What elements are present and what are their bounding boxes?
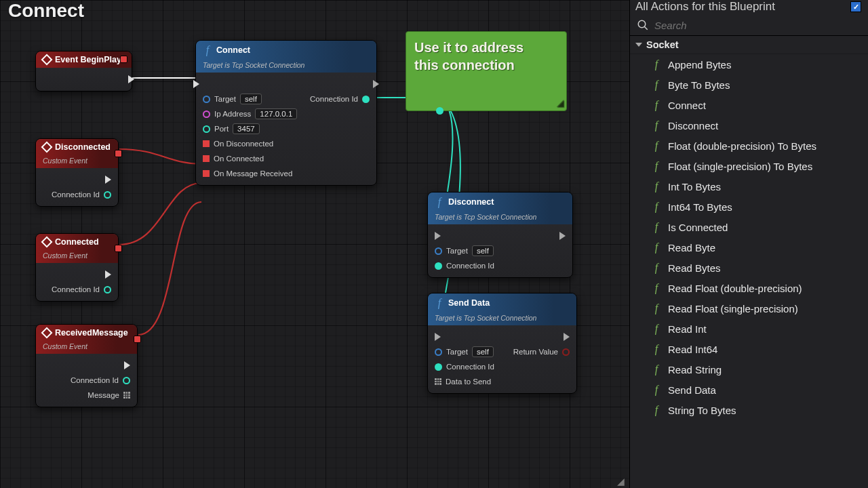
- pin-delegate-ondisconnected[interactable]: [203, 140, 210, 147]
- node-header: Disconnected Custom Event: [36, 139, 118, 168]
- pin-target[interactable]: [203, 96, 210, 103]
- exec-out-pin[interactable]: [559, 232, 566, 240]
- node-header: f Disconnect Target is Tcp Socket Connec…: [428, 192, 572, 224]
- pin-label: On Message Received: [214, 169, 292, 178]
- action-item[interactable]: fByte To Bytes: [630, 75, 868, 95]
- pin-connection-id[interactable]: [123, 377, 130, 384]
- search-input[interactable]: [654, 20, 861, 31]
- function-icon: f: [435, 196, 444, 208]
- event-icon: [41, 54, 53, 66]
- context-sensitive-checkbox[interactable]: ✓: [850, 1, 861, 12]
- node-toggle[interactable]: [120, 56, 127, 63]
- input-target[interactable]: self: [472, 245, 494, 256]
- pin-message[interactable]: [123, 392, 130, 399]
- action-item[interactable]: fRead Float (double-precision): [630, 278, 868, 298]
- action-item[interactable]: fRead String: [630, 359, 868, 380]
- function-icon: f: [652, 119, 661, 131]
- node-connected-event[interactable]: Connected Custom Event Connection Id: [35, 233, 119, 302]
- exec-out-pin[interactable]: [564, 333, 570, 341]
- exec-out-pin[interactable]: [105, 270, 111, 279]
- action-item[interactable]: fFloat (double-precision) To Bytes: [630, 136, 868, 156]
- input-target[interactable]: self: [472, 346, 494, 357]
- comment-box[interactable]: Use it to address this connection ◢: [406, 31, 567, 111]
- pin-connection-id[interactable]: [435, 262, 442, 270]
- pin-target[interactable]: [435, 247, 442, 255]
- pin-label: On Connected: [214, 155, 264, 163]
- pin-connection-id-out[interactable]: [362, 96, 370, 103]
- pin-target[interactable]: [435, 348, 442, 356]
- node-event-beginplay[interactable]: Event BeginPlay: [35, 51, 132, 92]
- action-item[interactable]: fRead Byte: [630, 237, 868, 258]
- blueprint-graph[interactable]: Connect Event BeginPlay: [0, 0, 629, 488]
- delegate-pin[interactable]: [115, 245, 122, 252]
- exec-out-pin[interactable]: [128, 75, 134, 83]
- action-item[interactable]: fString To Bytes: [630, 400, 868, 420]
- category-socket[interactable]: Socket: [630, 36, 868, 54]
- action-item[interactable]: fAppend Bytes: [630, 54, 868, 75]
- node-subtitle: Custom Event: [43, 251, 87, 260]
- action-item[interactable]: fRead Int: [630, 319, 868, 339]
- action-item[interactable]: fSend Data: [630, 380, 868, 400]
- pin-label: Connection Id: [446, 363, 494, 371]
- action-item[interactable]: fRead Int64: [630, 339, 868, 359]
- node-connect[interactable]: f Connect Target is Tcp Socket Connectio…: [195, 40, 377, 186]
- input-port[interactable]: 3457: [233, 123, 260, 134]
- action-label: Read Bytes: [668, 262, 721, 274]
- node-send-data[interactable]: f Send Data Target is Tcp Socket Connect…: [427, 293, 577, 394]
- reroute-knot[interactable]: [436, 107, 443, 115]
- pin-connection-id[interactable]: [435, 363, 442, 371]
- node-title: Event BeginPlay: [55, 55, 121, 64]
- pin-label: Target: [214, 95, 236, 103]
- exec-out-pin[interactable]: [373, 80, 379, 88]
- pin-connection-id[interactable]: [104, 191, 111, 199]
- pin-data-to-send[interactable]: [435, 378, 441, 385]
- action-label: String To Bytes: [668, 405, 736, 416]
- node-header: Connected Custom Event: [36, 234, 118, 263]
- function-icon: f: [652, 262, 661, 274]
- exec-in-pin[interactable]: [435, 333, 441, 341]
- action-item[interactable]: fInt To Bytes: [630, 176, 868, 197]
- exec-in-pin[interactable]: [193, 80, 199, 88]
- action-item[interactable]: fConnect: [630, 95, 868, 115]
- pin-delegate-onmessage[interactable]: [203, 170, 210, 177]
- exec-out-pin[interactable]: [105, 176, 111, 184]
- exec-in-pin[interactable]: [435, 232, 441, 240]
- input-target[interactable]: self: [240, 94, 262, 104]
- search-icon: [637, 19, 649, 31]
- graph-resize-icon[interactable]: ◢: [617, 476, 627, 485]
- action-item[interactable]: fDisconnect: [630, 115, 868, 136]
- function-icon: f: [652, 241, 661, 253]
- action-item[interactable]: fInt64 To Bytes: [630, 197, 868, 217]
- delegate-pin[interactable]: [134, 336, 141, 343]
- node-title: Disconnected: [55, 142, 111, 152]
- pin-label: Return Value: [513, 348, 558, 356]
- node-disconnected-event[interactable]: Disconnected Custom Event Connection Id: [35, 138, 119, 207]
- chevron-down-icon: [635, 43, 642, 47]
- node-disconnect[interactable]: f Disconnect Target is Tcp Socket Connec…: [427, 192, 573, 278]
- input-ip[interactable]: 127.0.0.1: [255, 108, 297, 119]
- action-item[interactable]: fRead Bytes: [630, 258, 868, 278]
- pin-label: Connection Id: [52, 285, 100, 293]
- event-icon: [41, 237, 53, 248]
- node-subtitle: Target is Tcp Socket Connection: [203, 61, 304, 69]
- node-title: Disconnect: [448, 197, 494, 207]
- category-label: Socket: [646, 39, 679, 50]
- pin-label: Ip Address: [214, 110, 251, 118]
- event-icon: [41, 142, 53, 153]
- pin-ip-address[interactable]: [203, 110, 210, 118]
- action-item[interactable]: fRead Float (single-precision): [630, 298, 868, 319]
- action-item[interactable]: fIs Connected: [630, 217, 868, 237]
- action-list[interactable]: fAppend BytesfByte To BytesfConnectfDisc…: [630, 54, 868, 488]
- node-header: ReceivedMessage Custom Event: [36, 325, 137, 354]
- resize-grip-icon[interactable]: ◢: [557, 98, 564, 109]
- pin-label: Port: [214, 125, 229, 133]
- action-label: Disconnect: [668, 120, 718, 131]
- exec-out-pin[interactable]: [124, 361, 130, 369]
- pin-connection-id[interactable]: [104, 286, 111, 293]
- delegate-pin[interactable]: [115, 150, 122, 157]
- pin-delegate-onconnected[interactable]: [203, 155, 210, 162]
- pin-port[interactable]: [203, 125, 210, 133]
- pin-return-value[interactable]: [562, 348, 570, 356]
- action-item[interactable]: fFloat (single-precision) To Bytes: [630, 156, 868, 176]
- node-receivedmessage-event[interactable]: ReceivedMessage Custom Event Connection …: [35, 324, 138, 407]
